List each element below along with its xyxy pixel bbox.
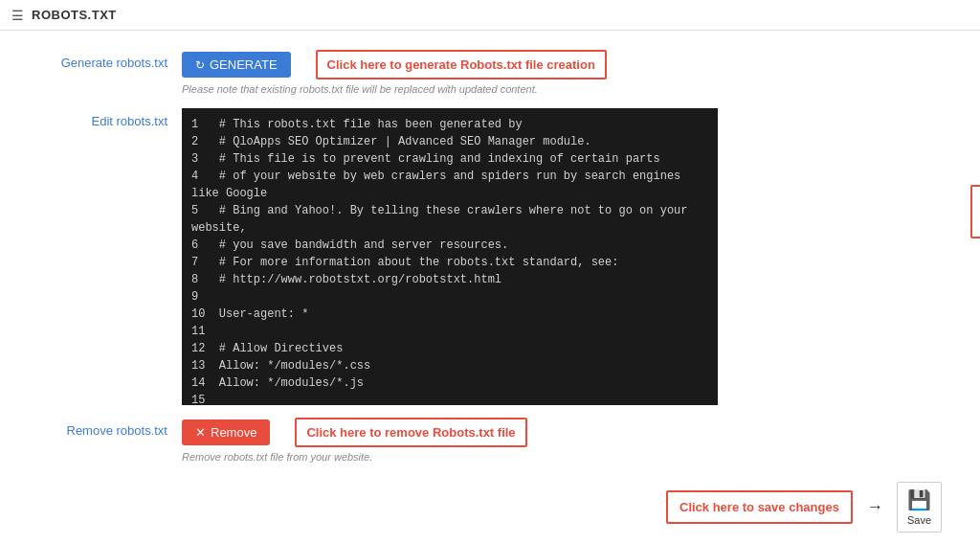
save-label: Save bbox=[907, 514, 931, 526]
terminal-callout: Click on terminal to edit Robots.txt fil… bbox=[970, 185, 980, 238]
save-callout: Click here to save changes bbox=[666, 490, 853, 524]
save-section: Click here to save changes → 💾 Save bbox=[29, 482, 951, 533]
generate-row: Generate robots.txt ↻ GENERATE Click her… bbox=[29, 50, 951, 95]
remove-row: Remove robots.txt ✕ Remove Click here to… bbox=[29, 418, 951, 463]
generate-content: ↻ GENERATE Click here to generate Robots… bbox=[182, 50, 951, 95]
remove-note: Remove robots.txt file from your website… bbox=[182, 451, 951, 463]
menu-icon: ☰ bbox=[11, 8, 24, 23]
page-title: ROBOTS.TXT bbox=[32, 8, 117, 22]
remove-button[interactable]: ✕ Remove bbox=[182, 419, 270, 445]
save-button[interactable]: 💾 Save bbox=[897, 482, 942, 533]
header: ☰ ROBOTS.TXT bbox=[0, 0, 980, 31]
generate-callout: Click here to generate Robots.txt file c… bbox=[316, 50, 607, 79]
floppy-disk-icon: 💾 bbox=[907, 488, 931, 511]
main-content: Generate robots.txt ↻ GENERATE Click her… bbox=[0, 31, 980, 544]
editor-row: Edit robots.txt Click on terminal to edi… bbox=[29, 108, 951, 408]
generate-label: Generate robots.txt bbox=[29, 50, 182, 70]
remove-content: ✕ Remove Click here to remove Robots.txt… bbox=[182, 418, 951, 463]
generate-button[interactable]: ↻ GENERATE bbox=[182, 52, 291, 78]
editor-content: Click on terminal to edit Robots.txt fil… bbox=[182, 108, 951, 408]
editor-label: Edit robots.txt bbox=[29, 108, 182, 128]
refresh-icon: ↻ bbox=[195, 58, 205, 72]
arrow-icon: → bbox=[866, 497, 883, 517]
remove-label: Remove robots.txt bbox=[29, 418, 182, 438]
robots-txt-editor[interactable] bbox=[182, 108, 718, 405]
generate-note: Please note that existing robots.txt fil… bbox=[182, 83, 951, 95]
remove-icon: ✕ bbox=[195, 425, 206, 440]
remove-callout: Click here to remove Robots.txt file bbox=[295, 418, 526, 447]
